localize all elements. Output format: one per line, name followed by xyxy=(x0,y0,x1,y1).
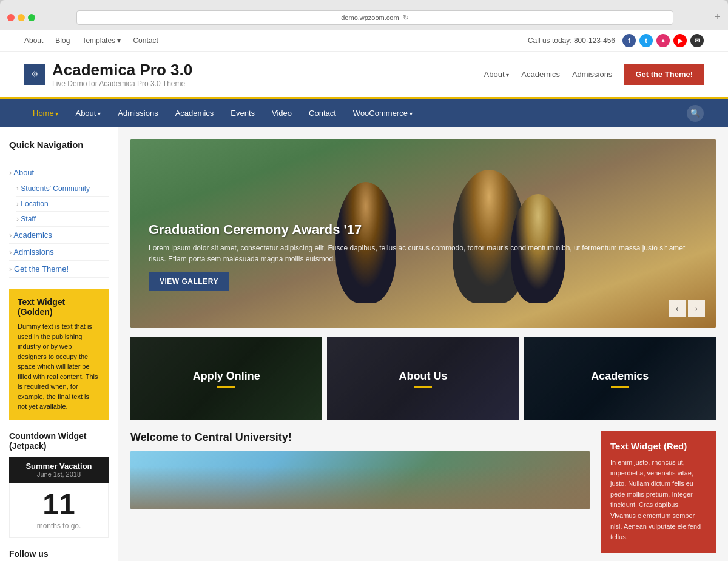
welcome-section: Welcome to Central University! Text Widg… xyxy=(130,431,716,553)
feature-card-apply-title: Apply Online xyxy=(193,370,260,383)
red-widget-text: In enim justo, rhoncus ut, imperdiet a, … xyxy=(610,457,706,543)
utility-right: Call us today: 800-123-456 f t ● ▶ ✉ xyxy=(528,34,704,47)
feature-card-about-overlay: About Us xyxy=(327,337,519,420)
site-subtitle: Live Demo for Academica Pro 3.0 Theme xyxy=(52,79,192,88)
call-text: Call us today: 800-123-456 xyxy=(528,36,615,45)
nav-tree-get-theme[interactable]: Get the Theme! xyxy=(9,261,109,278)
header-nav-academics[interactable]: Academics xyxy=(521,70,560,79)
slide-title: Graduation Ceremony Awards '17 xyxy=(149,222,698,238)
feature-cards: Apply Online About Us Academics xyxy=(130,337,716,420)
nav-tree-sub-about: Students' Community Location Staff xyxy=(9,181,109,227)
utility-nav-templates[interactable]: Templates ▾ xyxy=(82,36,121,45)
nav-tree-admissions[interactable]: Admissions xyxy=(9,244,109,261)
get-theme-button[interactable]: Get the Theme! xyxy=(624,64,704,85)
utility-nav-about[interactable]: About xyxy=(24,36,43,45)
facebook-icon[interactable]: f xyxy=(622,34,636,47)
golden-widget: Text Widget (Golden) Dummy text is text … xyxy=(9,289,109,420)
countdown-event: Summer Vacation xyxy=(14,462,104,471)
red-widget: Text Widget (Red) In enim justo, rhoncus… xyxy=(601,431,716,553)
email-icon[interactable]: ✉ xyxy=(690,34,704,47)
feature-card-about-underline xyxy=(414,386,432,388)
countdown-number-block: 11 months to go. xyxy=(9,483,109,538)
nav-tree-academics[interactable]: Academics xyxy=(9,227,109,244)
feature-card-about-title: About Us xyxy=(399,370,447,383)
site-branding: Academica Pro 3.0 Live Demo for Academic… xyxy=(52,61,192,88)
nav-item-academics[interactable]: Academics xyxy=(167,99,223,127)
twitter-icon[interactable]: t xyxy=(639,34,653,47)
content-area: Quick Navigation About Students' Communi… xyxy=(0,127,728,561)
maximize-dot[interactable] xyxy=(28,14,35,21)
main-nav: Home About Admissions Academics Events V… xyxy=(0,99,728,127)
slide-prev-button[interactable]: ‹ xyxy=(669,300,686,317)
nav-items: Home About Admissions Academics Events V… xyxy=(24,99,421,127)
nav-item-video[interactable]: Video xyxy=(263,99,300,127)
feature-card-about[interactable]: About Us xyxy=(327,337,519,420)
utility-nav-blog[interactable]: Blog xyxy=(55,36,70,45)
slide-description: Lorem ipsum dolor sit amet, consectetur … xyxy=(149,243,698,264)
nav-tree-staff[interactable]: Staff xyxy=(16,212,109,227)
slide-controls: ‹ › xyxy=(669,300,705,317)
quick-nav-title: Quick Navigation xyxy=(9,139,109,155)
feature-card-academics[interactable]: Academics xyxy=(524,337,716,420)
settings-button[interactable]: ⚙ xyxy=(24,64,45,85)
browser-chrome: demo.wpzoom.com ↻ + xyxy=(0,0,728,30)
nav-tree-students-community[interactable]: Students' Community xyxy=(16,181,109,197)
nav-tree-about[interactable]: About xyxy=(9,164,109,181)
close-dot[interactable] xyxy=(7,14,15,21)
url-text: demo.wpzoom.com xyxy=(341,14,399,21)
gear-icon: ⚙ xyxy=(31,69,39,79)
reload-icon[interactable]: ↻ xyxy=(403,13,409,22)
nav-item-admissions[interactable]: Admissions xyxy=(109,99,166,127)
nav-item-home[interactable]: Home xyxy=(24,99,67,127)
nav-item-events[interactable]: Events xyxy=(222,99,263,127)
countdown-label: months to go. xyxy=(10,522,108,530)
header-left: ⚙ Academica Pro 3.0 Live Demo for Academ… xyxy=(24,61,192,88)
add-tab-button[interactable]: + xyxy=(715,11,721,24)
follow-title: Follow us xyxy=(9,549,109,562)
follow-widget: Follow us xyxy=(9,549,109,562)
feature-card-apply-underline xyxy=(217,386,235,388)
view-gallery-button[interactable]: VIEW GALLERY xyxy=(149,272,229,291)
golden-widget-text: Dummy text is text that is used in the p… xyxy=(18,321,100,412)
header-nav-about[interactable]: About xyxy=(484,70,510,79)
countdown-widget: Countdown Widget (Jetpack) Summer Vacati… xyxy=(9,431,109,538)
youtube-icon[interactable]: ▶ xyxy=(673,34,687,47)
golden-widget-title: Text Widget (Golden) xyxy=(18,297,100,317)
feature-card-apply-overlay: Apply Online xyxy=(130,337,322,420)
header-right: About Academics Admissions Get the Theme… xyxy=(484,64,704,85)
sidebar: Quick Navigation About Students' Communi… xyxy=(0,127,118,561)
minimize-dot[interactable] xyxy=(18,14,25,21)
nav-item-about[interactable]: About xyxy=(67,99,109,127)
nav-tree: About Students' Community Location Staff… xyxy=(9,164,109,278)
nav-search-button[interactable]: 🔍 xyxy=(687,105,704,122)
utility-nav-contact[interactable]: Contact xyxy=(133,36,158,45)
slide-next-button[interactable]: › xyxy=(688,300,705,317)
social-icons: f t ● ▶ ✉ xyxy=(622,34,704,47)
feature-card-academics-title: Academics xyxy=(591,370,649,383)
slide-content: Graduation Ceremony Awards '17 Lorem ips… xyxy=(149,222,698,291)
utility-bar: About Blog Templates ▾ Contact Call us t… xyxy=(0,30,728,52)
countdown-date: June 1st, 2018 xyxy=(14,471,104,478)
feature-card-apply[interactable]: Apply Online xyxy=(130,337,322,420)
welcome-image xyxy=(130,451,590,509)
building-overlay xyxy=(130,466,590,509)
feature-card-academics-underline xyxy=(611,386,629,388)
main-content: Graduation Ceremony Awards '17 Lorem ips… xyxy=(118,127,728,561)
browser-dots xyxy=(7,14,35,21)
red-widget-title: Text Widget (Red) xyxy=(610,441,706,451)
utility-nav: About Blog Templates ▾ Contact xyxy=(24,36,158,45)
instagram-icon[interactable]: ● xyxy=(656,34,670,47)
countdown-header: Summer Vacation June 1st, 2018 xyxy=(9,457,109,483)
nav-tree-location[interactable]: Location xyxy=(16,197,109,212)
nav-item-contact[interactable]: Contact xyxy=(300,99,345,127)
site-title: Academica Pro 3.0 xyxy=(52,61,192,79)
header-nav-admissions[interactable]: Admissions xyxy=(572,70,612,79)
welcome-title: Welcome to Central University! xyxy=(130,431,590,444)
feature-card-academics-overlay: Academics xyxy=(524,337,716,420)
address-bar[interactable]: demo.wpzoom.com ↻ xyxy=(76,10,673,25)
countdown-num: 11 xyxy=(10,490,108,519)
countdown-title: Countdown Widget (Jetpack) xyxy=(9,431,109,451)
website-container: About Blog Templates ▾ Contact Call us t… xyxy=(0,30,728,561)
welcome-left: Welcome to Central University! xyxy=(130,431,590,553)
nav-item-woocommerce[interactable]: WooCommerce xyxy=(345,99,421,127)
